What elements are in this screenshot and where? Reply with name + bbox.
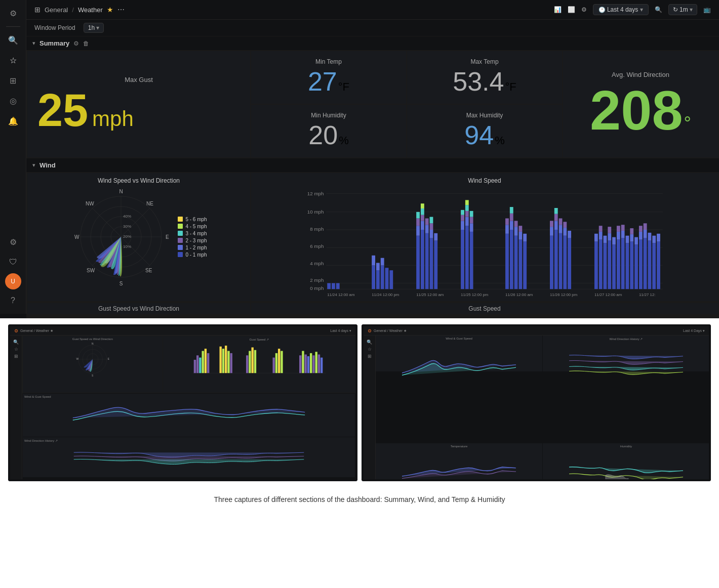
max-temp-row: 53.4 °F: [453, 67, 516, 96]
avg-wind-direction-value: 208: [590, 82, 683, 138]
refresh-icon: ↻: [673, 6, 678, 13]
svg-rect-89: [523, 241, 527, 289]
svg-rect-172: [246, 355, 248, 373]
svg-text:S: S: [92, 374, 94, 377]
svg-text:NE: NE: [146, 201, 153, 206]
svg-rect-173: [249, 351, 251, 373]
sidebar-avatar-icon[interactable]: U: [5, 273, 21, 289]
svg-rect-67: [465, 226, 469, 289]
min-temp-card: Min Temp 27 °F: [251, 51, 406, 104]
svg-rect-138: [648, 233, 652, 241]
max-gust-label: Max Gust: [37, 76, 240, 83]
svg-rect-46: [416, 226, 420, 236]
sidebar-grid-icon[interactable]: ⊞: [4, 71, 22, 90]
svg-text:40%: 40%: [123, 214, 131, 219]
svg-rect-162: [196, 355, 198, 373]
thumbnail-left: ⚙ General / Weather ★ Last 4 days ▾ 🔍 ☆ …: [8, 324, 357, 481]
svg-rect-36: [336, 283, 340, 289]
sidebar-help-icon[interactable]: ?: [4, 291, 22, 310]
settings-icon[interactable]: ⚙: [581, 6, 587, 13]
legend-label-2-3: 2 - 3 mph: [185, 238, 207, 243]
svg-rect-140: [652, 236, 656, 243]
max-temp-card: Max Temp 53.4 °F: [407, 51, 562, 104]
breadcrumb-general[interactable]: General: [45, 6, 68, 14]
max-temp-humidity-col: Max Temp 53.4 °F Max Humidity 94 %: [407, 51, 562, 157]
svg-rect-186: [315, 352, 317, 373]
svg-rect-54: [425, 233, 429, 289]
svg-rect-84: [514, 227, 518, 236]
svg-rect-44: [389, 270, 393, 289]
svg-rect-133: [639, 226, 643, 232]
svg-rect-177: [275, 353, 277, 373]
svg-text:10 mph: 10 mph: [307, 209, 324, 215]
polar-container: N E S W NE SE SW NW 40% 30% 20%: [33, 186, 244, 287]
wind-section-header: ▾ Wind: [26, 158, 719, 172]
svg-rect-109: [599, 232, 603, 240]
min-temp-value: 27: [308, 67, 337, 96]
breadcrumb-weather[interactable]: Weather: [78, 6, 103, 14]
svg-rect-88: [518, 226, 522, 232]
max-humidity-row: 94 %: [464, 121, 504, 150]
min-humidity-unit: %: [339, 135, 349, 147]
svg-rect-98: [559, 233, 563, 289]
summary-grid: Max Gust 25 mph Min Temp 27 °F: [26, 50, 719, 158]
max-temp-label: Max Temp: [470, 58, 498, 65]
legend-color-5-6: [178, 217, 183, 222]
zoom-in-icon[interactable]: 🔍: [655, 6, 662, 13]
svg-rect-96: [554, 214, 558, 221]
panel-icon[interactable]: ⬜: [568, 6, 575, 13]
graph-icon[interactable]: 📊: [554, 6, 562, 13]
collapse-arrow-icon[interactable]: ▾: [32, 40, 35, 47]
max-humidity-label: Max Humidity: [466, 112, 503, 119]
svg-text:4 mph: 4 mph: [310, 261, 324, 266]
svg-rect-170: [227, 351, 229, 373]
svg-rect-115: [608, 227, 611, 233]
svg-rect-119: [617, 232, 620, 240]
svg-text:2 mph: 2 mph: [310, 277, 324, 283]
svg-rect-106: [594, 241, 598, 289]
svg-rect-90: [523, 234, 527, 242]
max-temp-value: 53.4: [453, 67, 504, 96]
svg-text:12 mph: 12 mph: [307, 191, 324, 196]
summary-settings-icon[interactable]: ⚙: [73, 40, 79, 47]
svg-rect-185: [312, 355, 314, 373]
avg-wind-direction-row: 208 °: [590, 82, 691, 138]
max-gust-value: 25: [37, 88, 88, 133]
svg-rect-128: [630, 228, 633, 234]
favorite-star-icon[interactable]: ★: [107, 6, 113, 14]
svg-rect-59: [430, 223, 433, 230]
svg-rect-38: [372, 256, 375, 266]
wind-collapse-arrow-icon[interactable]: ▾: [32, 162, 35, 169]
summary-trash-icon[interactable]: 🗑: [83, 40, 89, 47]
sidebar-bell-icon[interactable]: 🔔: [4, 112, 22, 130]
svg-text:NW: NW: [86, 201, 94, 206]
legend-label-1-2: 1 - 2 mph: [185, 245, 207, 250]
min-temp-row: 27 °F: [308, 67, 349, 96]
svg-rect-93: [550, 221, 553, 227]
time-range-button[interactable]: 🕐 Last 4 days ▾: [593, 4, 649, 15]
svg-rect-66: [461, 210, 464, 215]
sidebar-gear-icon[interactable]: ⚙: [4, 233, 22, 251]
svg-text:S: S: [119, 281, 123, 286]
max-gust-card: Max Gust 25 mph: [27, 51, 250, 157]
sidebar-shield-icon[interactable]: 🛡: [4, 253, 22, 271]
svg-rect-74: [470, 217, 473, 224]
svg-text:11/24 12:00 am: 11/24 12:00 am: [327, 292, 354, 297]
avg-wind-direction-unit: °: [684, 113, 691, 134]
svg-rect-79: [510, 230, 513, 289]
sidebar-explore-icon[interactable]: ◎: [4, 92, 22, 110]
share-icon[interactable]: ⋯: [117, 6, 125, 14]
svg-rect-86: [518, 240, 522, 289]
svg-rect-187: [317, 355, 319, 373]
refresh-button[interactable]: ↻ 1m ▾: [668, 4, 697, 15]
sidebar-star-icon[interactable]: ☆: [4, 51, 22, 69]
svg-rect-61: [434, 241, 437, 289]
svg-rect-178: [278, 349, 280, 373]
sidebar-search-icon[interactable]: 🔍: [4, 31, 22, 49]
svg-rect-85: [514, 221, 518, 227]
svg-rect-92: [550, 227, 553, 236]
window-period-button[interactable]: 1h ▾: [84, 23, 104, 33]
svg-text:N: N: [119, 189, 123, 194]
top-bar-left: ⊞ General / Weather ★ ⋯: [34, 6, 125, 14]
tv-icon[interactable]: 📺: [703, 6, 711, 13]
